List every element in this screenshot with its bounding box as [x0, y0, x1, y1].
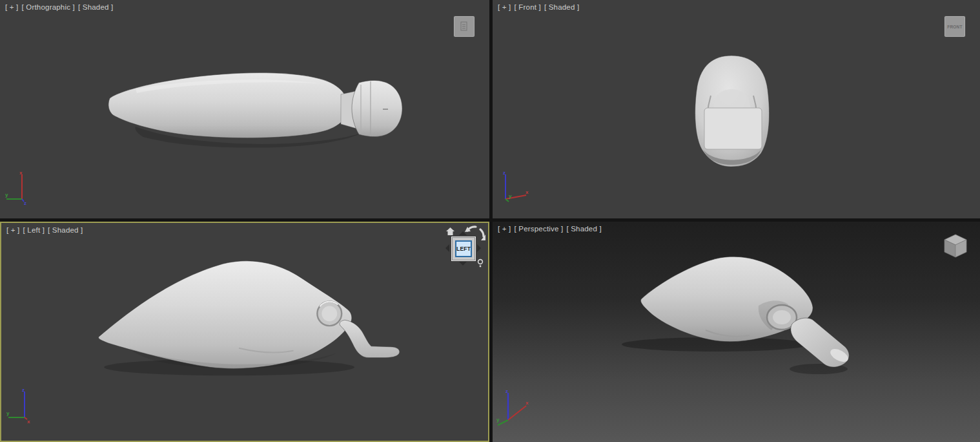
- viewcube-collapsed[interactable]: [454, 16, 475, 37]
- axis-y-label: y: [5, 192, 8, 198]
- viewport-menu-general[interactable]: [ + ]: [498, 225, 511, 233]
- model-lip: [704, 108, 762, 149]
- compass-icon[interactable]: [476, 258, 484, 268]
- viewport-menu-shading[interactable]: [ Shaded ]: [544, 3, 579, 11]
- axis-x-label: x: [526, 189, 529, 195]
- model-perspective-view[interactable]: [493, 222, 980, 442]
- axis-tripod: z x y: [496, 388, 530, 429]
- viewport-menu-general[interactable]: [ + ]: [5, 3, 19, 11]
- viewcube-arrow-right[interactable]: [477, 244, 481, 252]
- axis-tripod: z x y: [496, 169, 530, 205]
- axis-y-label: y: [496, 417, 500, 423]
- viewcube-front-face-label: FRONT: [947, 25, 962, 29]
- viewcube-arrow-up[interactable]: [459, 231, 467, 235]
- model-lip: [352, 80, 402, 136]
- viewport-label: [ + ][ Perspective ][ Shaded ]: [498, 225, 605, 233]
- viewport-left-active[interactable]: [ + ][ Left ][ Shaded ] z y: [0, 222, 489, 442]
- viewport-label: [ + ][ Front ][ Shaded ]: [498, 3, 582, 11]
- viewport-menu-pov[interactable]: [ Perspective ]: [515, 225, 564, 233]
- viewcube-arrow-left[interactable]: [445, 244, 449, 252]
- viewport-menu-shading[interactable]: [ Shaded ]: [48, 226, 83, 234]
- viewport-menu-pov[interactable]: [ Left ]: [23, 226, 45, 234]
- viewcube-arrow-down[interactable]: [459, 262, 467, 266]
- axis-x-label: x: [19, 170, 23, 176]
- viewport-label: [ + ][ Orthographic ][ Shaded ]: [5, 3, 116, 11]
- viewcube-collapsed[interactable]: FRONT: [944, 16, 965, 37]
- viewport-menu-shading[interactable]: [ Shaded ]: [78, 3, 113, 11]
- home-icon[interactable]: [446, 227, 454, 235]
- viewport-orthographic[interactable]: [ + ][ Orthographic ][ Shaded ] x y z: [0, 0, 489, 218]
- model-top-view[interactable]: [0, 0, 489, 218]
- axis-z-label: z: [24, 200, 26, 205]
- model-lip: [340, 320, 400, 357]
- viewcube-3d-icon[interactable]: [942, 233, 969, 260]
- viewcube-left-face[interactable]: LEFT: [455, 240, 472, 257]
- axis-y-label: y: [509, 193, 512, 199]
- axis-x-label: x: [526, 400, 529, 406]
- viewcube-face-plate[interactable]: LEFT: [451, 237, 476, 261]
- model-eye: [773, 310, 791, 324]
- model-left-view[interactable]: [1, 223, 488, 441]
- viewport-label: [ + ][ Left ][ Shaded ]: [6, 226, 87, 234]
- axis-tripod: z y x: [5, 386, 35, 424]
- viewcube-top-face-icon: [460, 21, 469, 32]
- viewcube-widget[interactable]: LEFT: [445, 225, 486, 270]
- viewport-menu-pov[interactable]: [ Front ]: [515, 3, 541, 11]
- axis-tripod: x y z: [4, 169, 34, 205]
- model-eye: [322, 306, 337, 321]
- viewport-menu-shading[interactable]: [ Shaded ]: [566, 225, 601, 233]
- viewport-menu-pov[interactable]: [ Orthographic ]: [22, 3, 75, 11]
- axis-z-label: z: [503, 170, 505, 176]
- viewport-menu-general[interactable]: [ + ]: [6, 226, 20, 234]
- viewport-quad-canvas: { "viewports": [ { "name": "Orthographic…: [0, 0, 980, 442]
- axis-x-label: x: [27, 419, 30, 424]
- axis-z-label: z: [505, 388, 508, 394]
- axis-y-label: y: [6, 410, 10, 416]
- model-front-view[interactable]: [493, 0, 980, 218]
- viewport-front[interactable]: [ + ][ Front ][ Shaded ] z x y FRONT: [493, 0, 980, 218]
- axis-z-label: z: [22, 387, 25, 393]
- viewport-perspective[interactable]: [ + ][ Perspective ][ Shaded ]: [493, 222, 980, 442]
- viewport-menu-general[interactable]: [ + ]: [498, 3, 511, 11]
